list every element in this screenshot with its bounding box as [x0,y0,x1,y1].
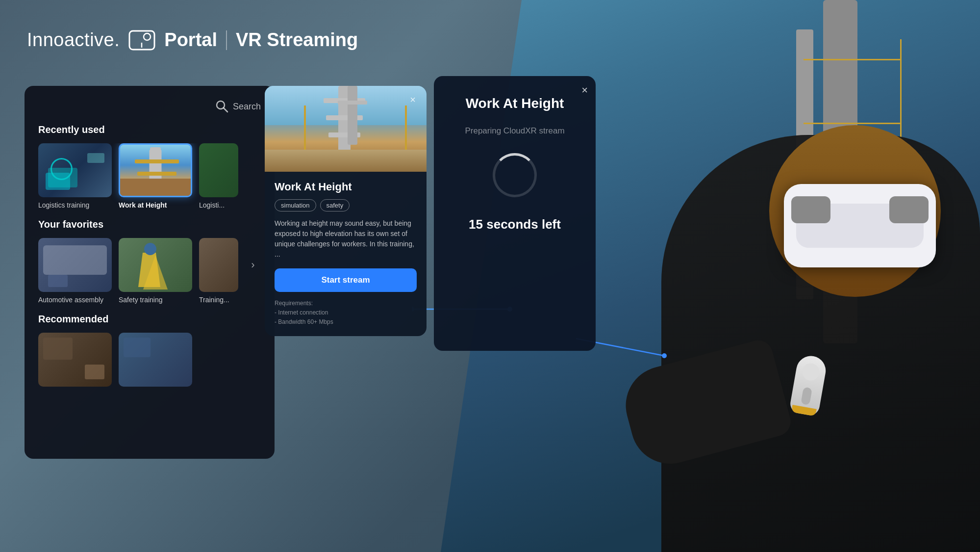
favorites-section: Your favorites Automotive assembly [38,219,261,304]
tag-simulation: simulation [275,199,316,211]
card-recommended-2[interactable] [119,333,192,387]
stream-close-btn[interactable]: × [581,84,588,97]
card-thumb-training [199,238,238,292]
card-label-automotive: Automotive assembly [38,296,112,304]
card-safety[interactable]: Safety training [119,238,192,304]
headset-lens-right [889,196,929,223]
card-work-height[interactable]: Work at Height [119,143,192,209]
card-label-training: Training... [199,296,238,304]
requirements-title: Requirements: [275,300,313,307]
start-stream-button[interactable]: Start stream [275,268,417,292]
vr-person-area [588,0,980,552]
card-thumb-automotive [38,238,112,292]
vr-headset [784,184,936,267]
svg-line-7 [224,108,227,112]
hero-tower2 [348,86,357,145]
card-label-logistics: Logistics training [38,201,112,209]
favorites-row: Automotive assembly Safety training Trai… [38,238,245,304]
search-bar[interactable]: Search [38,100,261,113]
card-recommended-1[interactable] [38,333,112,387]
safety-head [144,243,156,255]
card-thumb-rec2 [119,333,192,387]
detail-description: Working at height may sound easy, but be… [275,218,417,260]
tower-main [150,147,161,189]
card-partial[interactable]: Logisti... [199,143,238,209]
card-thumb-safety [119,238,192,292]
card-training[interactable]: Training... [199,238,238,304]
card-label-work-height: Work at Height [119,201,192,209]
svg-point-4 [144,33,151,40]
tower-bar2 [137,172,176,176]
card-thumb-logistics [38,143,112,197]
tower-bar1 [135,159,179,163]
rec2-detail [124,338,151,357]
favorites-row-wrap: Automotive assembly Safety training Trai… [38,238,261,304]
detail-hero-image [265,86,427,172]
recommended-row [38,333,261,387]
card-label-partial: Logisti... [199,201,238,209]
brand-name: Innoactive. [27,29,120,51]
rec1-detail2 [85,365,104,379]
stream-title: Work At Height [466,96,564,111]
spinner-container [493,153,537,197]
requirements-block: Requirements: - Internet connection - Ba… [275,299,417,327]
detail-title: Work At Height [275,181,417,193]
countdown-text: 15 seconds left [469,217,561,232]
logistics-detail [46,173,70,190]
stream-panel: × Work At Height Preparing CloudXR strea… [434,76,596,351]
favorites-title: Your favorites [38,219,261,230]
search-icon [215,100,229,113]
recommended-section: Recommended [38,314,261,387]
app-panel: Search Recently used Logistics training … [25,86,275,459]
header-divider [226,30,227,50]
portal-icon [128,30,155,51]
portal-label: Portal [164,29,217,51]
rec1-detail [43,338,73,360]
hero-bar4 [338,101,367,105]
auto-detail2 [48,275,68,287]
detail-body: Work At Height simulation safety Working… [265,172,427,336]
requirement-1: - Internet connection [275,309,328,316]
card-thumb-rec1 [38,333,112,387]
detail-panel: × Work At Height simulation safety Worki… [265,86,427,336]
card-thumb-work-height [119,143,192,197]
headset-lens-left [791,196,830,223]
card-thumb-partial [199,143,238,197]
logistics-detail2 [87,153,104,163]
card-label-safety: Safety training [119,296,192,304]
safety-vest [138,253,160,287]
controller-grip [801,387,812,405]
logistics-ring [50,158,73,180]
preparing-text: Preparing CloudXR stream [465,126,564,136]
recently-used-row: Logistics training Work at Height Logist… [38,143,261,209]
search-label: Search [233,102,261,112]
hero-ground [265,150,427,172]
vr-streaming-label: VR Streaming [236,29,358,51]
carousel-next-btn[interactable]: › [245,238,261,292]
card-logistics[interactable]: Logistics training [38,143,112,209]
tag-safety: safety [320,199,350,211]
card-automotive[interactable]: Automotive assembly [38,238,112,304]
auto-detail [43,245,107,275]
loading-spinner [493,153,537,197]
recommended-title: Recommended [38,314,261,325]
tag-row: simulation safety [275,199,417,211]
controller-trackpad [801,362,821,382]
recently-used-title: Recently used [38,124,261,135]
header: Innoactive. Portal VR Streaming [27,29,358,51]
requirement-2: - Bandwidth 60+ Mbps [275,318,333,325]
detail-close-btn[interactable]: × [406,93,420,106]
